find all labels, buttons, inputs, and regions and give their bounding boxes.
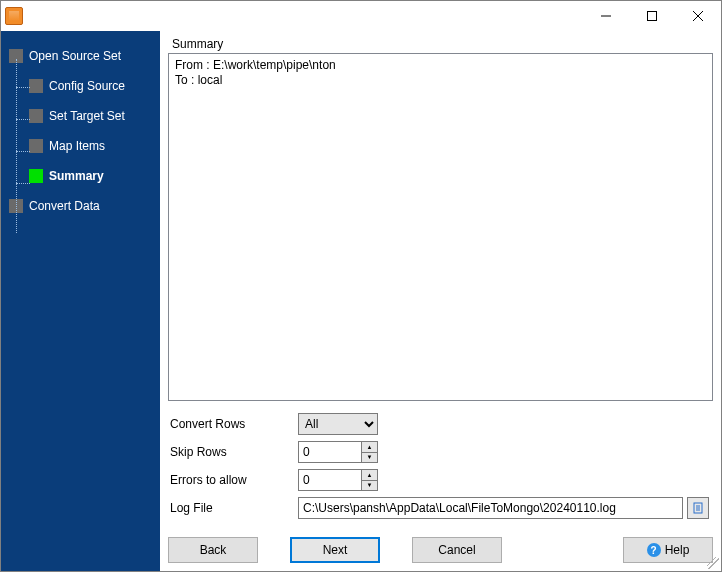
sidebar-item-config-source[interactable]: Config Source (29, 75, 156, 97)
errors-to-allow-input[interactable] (299, 470, 361, 490)
errors-up[interactable]: ▲ (362, 470, 377, 481)
document-icon (692, 502, 704, 514)
errors-to-allow-spinner[interactable]: ▲ ▼ (298, 469, 378, 491)
main-panel: Summary From : E:\work\temp\pipe\nton To… (160, 31, 721, 571)
sidebar-item-map-items[interactable]: Map Items (29, 135, 156, 157)
sidebar-item-set-target-set[interactable]: Set Target Set (29, 105, 156, 127)
step-icon (29, 169, 43, 183)
cancel-button[interactable]: Cancel (412, 537, 502, 563)
sidebar-item-summary[interactable]: Summary (29, 165, 156, 187)
sidebar-item-label: Summary (49, 169, 104, 183)
step-icon (29, 139, 43, 153)
sidebar-item-label: Convert Data (29, 199, 100, 213)
minimize-button[interactable] (583, 1, 629, 31)
app-icon (5, 7, 23, 25)
skip-rows-down[interactable]: ▼ (362, 453, 377, 463)
skip-rows-input[interactable] (299, 442, 361, 462)
skip-rows-label: Skip Rows (168, 445, 298, 459)
next-button[interactable]: Next (290, 537, 380, 563)
errors-down[interactable]: ▼ (362, 481, 377, 491)
step-icon (29, 79, 43, 93)
sidebar-item-label: Map Items (49, 139, 105, 153)
back-button[interactable]: Back (168, 537, 258, 563)
resize-grip[interactable] (707, 557, 719, 569)
sidebar-item-label: Open Source Set (29, 49, 121, 63)
wizard-sidebar: Open Source Set Config Source Set Target… (1, 31, 160, 571)
summary-textarea[interactable]: From : E:\work\temp\pipe\nton To : local (168, 53, 713, 401)
convert-rows-label: Convert Rows (168, 417, 298, 431)
titlebar (1, 1, 721, 31)
summary-heading: Summary (172, 37, 713, 51)
log-file-input[interactable] (298, 497, 683, 519)
sidebar-item-label: Config Source (49, 79, 125, 93)
maximize-button[interactable] (629, 1, 675, 31)
app-window: Open Source Set Config Source Set Target… (0, 0, 722, 572)
sidebar-item-label: Set Target Set (49, 109, 125, 123)
skip-rows-spinner[interactable]: ▲ ▼ (298, 441, 378, 463)
sidebar-item-open-source-set[interactable]: Open Source Set (9, 45, 156, 67)
step-icon (29, 109, 43, 123)
errors-to-allow-label: Errors to allow (168, 473, 298, 487)
svg-rect-1 (648, 12, 657, 21)
skip-rows-up[interactable]: ▲ (362, 442, 377, 453)
log-file-label: Log File (168, 501, 298, 515)
help-button[interactable]: ? Help (623, 537, 713, 563)
close-button[interactable] (675, 1, 721, 31)
sidebar-item-convert-data[interactable]: Convert Data (9, 195, 156, 217)
help-icon: ? (647, 543, 661, 557)
convert-rows-select[interactable]: All (298, 413, 378, 435)
log-file-browse-button[interactable] (687, 497, 709, 519)
